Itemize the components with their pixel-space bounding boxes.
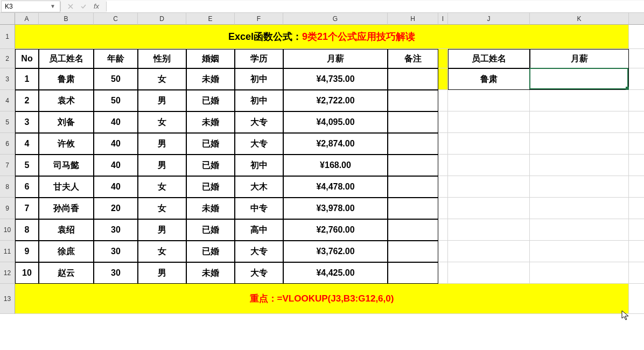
check-icon[interactable] [79, 2, 88, 11]
spacer-cell[interactable] [438, 111, 448, 133]
data-cell[interactable]: 刘备 [39, 111, 94, 133]
data-cell[interactable]: ¥3,762.00 [283, 241, 388, 262]
data-cell[interactable]: 男 [138, 262, 186, 284]
data-cell[interactable]: 30 [94, 241, 138, 262]
row-header[interactable]: 9 [0, 198, 15, 219]
column-header[interactable] [629, 13, 644, 25]
data-cell[interactable]: 20 [94, 198, 138, 219]
data-cell[interactable]: 徐庶 [39, 241, 94, 262]
data-cell[interactable]: 6 [15, 176, 39, 198]
column-header[interactable]: A [15, 13, 39, 25]
data-cell[interactable]: 初中 [235, 68, 283, 90]
empty-cell[interactable] [448, 241, 530, 262]
data-cell[interactable]: 40 [94, 133, 138, 155]
data-cell[interactable]: 袁术 [39, 90, 94, 111]
data-cell[interactable] [388, 176, 438, 198]
data-cell[interactable]: 50 [94, 68, 138, 90]
data-cell[interactable]: 男 [138, 155, 186, 176]
data-cell[interactable]: 男 [138, 90, 186, 111]
data-cell[interactable]: 4 [15, 133, 39, 155]
empty-cell[interactable] [530, 241, 629, 262]
data-cell[interactable]: 男 [138, 133, 186, 155]
data-cell[interactable]: 大专 [235, 133, 283, 155]
row-header[interactable]: 6 [0, 133, 15, 155]
data-cell[interactable]: 中专 [235, 198, 283, 219]
empty-cell[interactable] [530, 198, 629, 219]
row-header[interactable]: 13 [0, 284, 15, 314]
spacer-cell[interactable] [438, 133, 448, 155]
title-cell[interactable]: Excel函数公式：9类21个公式应用技巧解读 [15, 25, 629, 49]
data-cell[interactable]: 高中 [235, 219, 283, 241]
data-cell[interactable]: 未婚 [186, 111, 235, 133]
data-cell[interactable]: 未婚 [186, 198, 235, 219]
data-cell[interactable]: 40 [94, 111, 138, 133]
data-cell[interactable] [388, 241, 438, 262]
data-cell[interactable]: 已婚 [186, 241, 235, 262]
data-cell[interactable] [388, 68, 438, 90]
row-header[interactable]: 7 [0, 155, 15, 176]
spacer-cell[interactable] [438, 241, 448, 262]
column-header[interactable]: D [138, 13, 186, 25]
data-cell[interactable]: 女 [138, 241, 186, 262]
column-header[interactable]: K [530, 13, 629, 25]
table-header-cell[interactable]: No [15, 49, 39, 68]
table-header-cell[interactable]: 员工姓名 [39, 49, 94, 68]
data-cell[interactable]: ¥4,478.00 [283, 176, 388, 198]
data-cell[interactable]: 50 [94, 90, 138, 111]
empty-cell[interactable] [530, 111, 629, 133]
data-cell[interactable]: 初中 [235, 155, 283, 176]
data-cell[interactable]: 30 [94, 219, 138, 241]
spacer-cell[interactable] [438, 68, 448, 90]
empty-cell[interactable] [530, 219, 629, 241]
data-cell[interactable]: ¥3,978.00 [283, 198, 388, 219]
data-cell[interactable]: 初中 [235, 90, 283, 111]
row-header[interactable]: 1 [0, 25, 15, 49]
data-cell[interactable]: 未婚 [186, 68, 235, 90]
empty-cell[interactable] [448, 111, 530, 133]
data-cell[interactable]: 已婚 [186, 133, 235, 155]
data-cell[interactable]: ¥168.00 [283, 155, 388, 176]
table-header-cell[interactable]: 性别 [138, 49, 186, 68]
column-header[interactable]: H [388, 13, 438, 25]
data-cell[interactable]: 大专 [235, 111, 283, 133]
data-cell[interactable]: 司马懿 [39, 155, 94, 176]
name-box-dropdown-icon[interactable]: ▼ [49, 3, 57, 9]
data-cell[interactable]: 女 [138, 198, 186, 219]
data-cell[interactable]: ¥4,735.00 [283, 68, 388, 90]
data-cell[interactable]: 许攸 [39, 133, 94, 155]
empty-cell[interactable] [530, 262, 629, 284]
lookup-salary-cell[interactable] [530, 68, 629, 90]
data-cell[interactable]: 10 [15, 262, 39, 284]
row-header[interactable]: 10 [0, 219, 15, 241]
data-cell[interactable]: 未婚 [186, 262, 235, 284]
data-cell[interactable]: 大专 [235, 241, 283, 262]
data-cell[interactable]: 女 [138, 176, 186, 198]
data-cell[interactable]: 大专 [235, 262, 283, 284]
data-cell[interactable] [388, 111, 438, 133]
column-header[interactable]: E [186, 13, 235, 25]
fx-icon[interactable]: fx [92, 2, 101, 11]
footer-cell[interactable]: 重点：=VLOOKUP(J3,B3:G12,6,0) [15, 284, 629, 314]
row-header[interactable]: 3 [0, 68, 15, 90]
lookup-header-cell[interactable]: 月薪 [530, 49, 629, 68]
cancel-icon[interactable] [66, 2, 75, 11]
select-all-corner[interactable] [0, 13, 15, 25]
name-box[interactable]: K3 ▼ [1, 1, 60, 12]
lookup-header-cell[interactable]: 员工姓名 [448, 49, 530, 68]
data-cell[interactable]: 5 [15, 155, 39, 176]
column-header[interactable]: B [39, 13, 94, 25]
empty-cell[interactable] [448, 176, 530, 198]
data-cell[interactable]: 鲁肃 [39, 68, 94, 90]
data-cell[interactable]: 已婚 [186, 219, 235, 241]
data-cell[interactable]: ¥2,874.00 [283, 133, 388, 155]
data-cell[interactable]: 大木 [235, 176, 283, 198]
data-cell[interactable] [388, 219, 438, 241]
data-cell[interactable] [388, 262, 438, 284]
data-cell[interactable]: 40 [94, 176, 138, 198]
data-cell[interactable]: 3 [15, 111, 39, 133]
empty-cell[interactable] [530, 176, 629, 198]
data-cell[interactable]: 已婚 [186, 90, 235, 111]
data-cell[interactable]: 已婚 [186, 176, 235, 198]
empty-cell[interactable] [448, 262, 530, 284]
data-cell[interactable]: ¥2,722.00 [283, 90, 388, 111]
